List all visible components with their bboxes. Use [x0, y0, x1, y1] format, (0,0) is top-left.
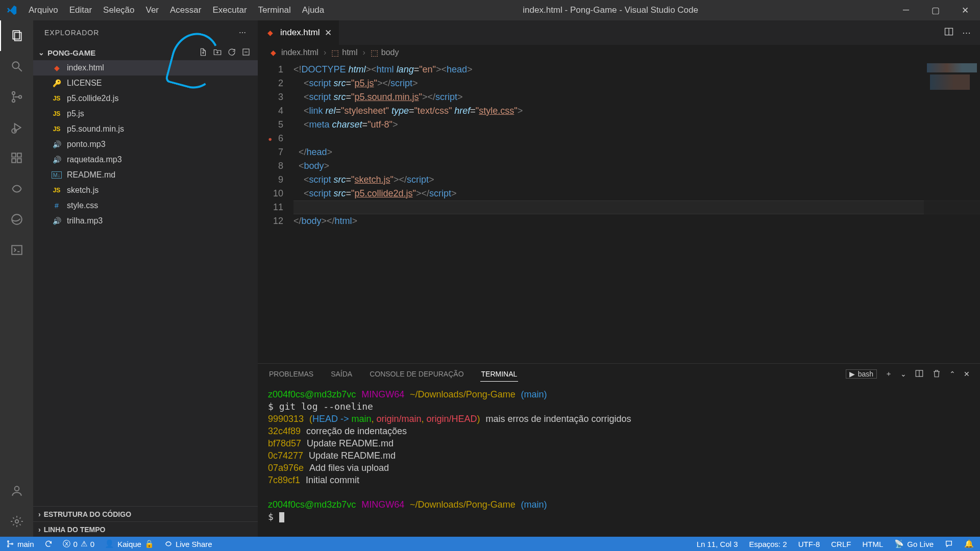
- new-folder-icon[interactable]: [213, 47, 222, 58]
- svg-rect-11: [17, 159, 21, 163]
- element-icon: ⬚: [331, 48, 339, 58]
- menu-arquivo[interactable]: Arquivo: [23, 5, 64, 15]
- kill-terminal-icon[interactable]: [932, 369, 941, 380]
- explorer-icon[interactable]: [0, 20, 33, 51]
- close-button[interactable]: ✕: [950, 0, 980, 20]
- split-terminal-icon[interactable]: [915, 369, 924, 380]
- debug-icon[interactable]: [0, 112, 33, 143]
- file-item[interactable]: M↓README.md: [33, 167, 258, 183]
- minimize-button[interactable]: ─: [891, 0, 921, 20]
- file-item[interactable]: JSp5.sound.min.js: [33, 121, 258, 137]
- eol-status[interactable]: CRLF: [831, 540, 851, 548]
- code-editor[interactable]: 123456789101112 <!DOCTYPE html><html lan…: [258, 60, 980, 363]
- settings-icon[interactable]: [0, 506, 33, 537]
- menu-terminal[interactable]: Terminal: [253, 5, 297, 15]
- minimap[interactable]: [924, 60, 980, 363]
- cursor-position[interactable]: Ln 11, Col 3: [697, 540, 738, 548]
- file-item[interactable]: 🔑LICENSE: [33, 76, 258, 91]
- svg-line-3: [18, 68, 22, 71]
- terminal-icon[interactable]: [0, 235, 33, 265]
- breadcrumb[interactable]: ◆index.html › ⬚html › ⬚body: [258, 45, 980, 60]
- menu-ver[interactable]: Ver: [140, 5, 165, 15]
- bottom-panel: PROBLEMAS SAÍDA CONSOLE DE DEPURAÇÃO TER…: [258, 363, 980, 537]
- maximize-panel-icon[interactable]: ⌃: [949, 370, 955, 378]
- file-name: sketch.js: [67, 186, 99, 195]
- sync-status[interactable]: [44, 540, 53, 548]
- timeline-section[interactable]: ›LINHA DO TEMPO: [33, 521, 258, 537]
- title-bar: ArquivoEditarSeleçãoVerAcessarExecutarTe…: [0, 0, 980, 20]
- edge-icon[interactable]: [0, 204, 33, 235]
- file-item[interactable]: 🔊trilha.mp3: [33, 213, 258, 229]
- split-editor-icon[interactable]: [944, 27, 954, 39]
- file-name: p5.collide2d.js: [67, 94, 118, 103]
- terminal-tab[interactable]: TERMINAL: [480, 367, 519, 382]
- feedback-icon[interactable]: [945, 540, 953, 548]
- html-file-icon: ◆: [268, 48, 278, 57]
- file-item[interactable]: JSp5.collide2d.js: [33, 91, 258, 106]
- source-control-icon[interactable]: [0, 82, 33, 112]
- vscode-logo: [0, 5, 23, 16]
- liveshare-icon[interactable]: [0, 173, 33, 204]
- file-item[interactable]: ◆index.html: [33, 60, 258, 76]
- close-tab-icon[interactable]: ✕: [325, 28, 332, 38]
- collapse-icon[interactable]: [241, 47, 251, 58]
- terminal-dropdown-icon[interactable]: ⌄: [900, 370, 906, 378]
- editor-tabs: ◆ index.html ✕ ⋯: [258, 20, 980, 45]
- window-title: index.html - Pong-Game - Visual Studio C…: [330, 5, 891, 15]
- account-icon[interactable]: [0, 475, 33, 506]
- branch-status[interactable]: main: [6, 540, 34, 548]
- file-item[interactable]: 🔊ponto.mp3: [33, 137, 258, 152]
- svg-point-24: [12, 543, 13, 545]
- close-panel-icon[interactable]: ✕: [964, 370, 970, 378]
- file-item[interactable]: 🔊raquetada.mp3: [33, 152, 258, 167]
- menu-editar[interactable]: Editar: [64, 5, 97, 15]
- menu-seleção[interactable]: Seleção: [97, 5, 140, 15]
- folder-header[interactable]: ⌄ PONG-GAME: [33, 45, 258, 60]
- shell-selector[interactable]: ▶bash: [846, 369, 877, 379]
- liveshare-status[interactable]: Live Share: [164, 540, 212, 548]
- language-status[interactable]: HTML: [862, 540, 883, 548]
- svg-point-22: [8, 541, 9, 542]
- js-file-icon: JS: [52, 187, 62, 194]
- debug-console-tab[interactable]: CONSOLE DE DEPURAÇÃO: [369, 367, 464, 381]
- output-tab[interactable]: SAÍDA: [330, 367, 353, 381]
- maximize-button[interactable]: ▢: [921, 0, 950, 20]
- menu-executar[interactable]: Executar: [207, 5, 252, 15]
- svg-marker-7: [14, 123, 20, 131]
- problems-tab[interactable]: PROBLEMAS: [268, 367, 314, 381]
- audio-file-icon: 🔊: [52, 217, 62, 225]
- editor-tab[interactable]: ◆ index.html ✕: [258, 20, 339, 45]
- outline-section[interactable]: ›ESTRUTURA DO CÓDIGO: [33, 506, 258, 521]
- sidebar: EXPLORADOR ⋯ ⌄ PONG-GAME ◆index.html🔑LIC…: [33, 20, 258, 537]
- file-item[interactable]: #style.css: [33, 198, 258, 213]
- terminal-output[interactable]: z004f0cs@md3zb7vc MINGW64 ~/Downloads/Po…: [258, 384, 980, 537]
- notifications-icon[interactable]: 🔔: [964, 539, 974, 548]
- problems-status[interactable]: ⓧ 0 ⚠ 0: [63, 539, 95, 549]
- svg-point-16: [15, 520, 18, 523]
- menu-acessar[interactable]: Acessar: [164, 5, 207, 15]
- more-actions-icon[interactable]: ⋯: [962, 28, 971, 38]
- indentation-status[interactable]: Espaços: 2: [749, 540, 787, 548]
- menu-bar: ArquivoEditarSeleçãoVerAcessarExecutarTe…: [23, 0, 330, 20]
- svg-rect-10: [12, 159, 16, 163]
- golive-status[interactable]: 📡 Go Live: [894, 539, 934, 548]
- svg-point-2: [12, 62, 19, 68]
- file-name: LICENSE: [67, 79, 102, 88]
- encoding-status[interactable]: UTF-8: [798, 540, 820, 548]
- explorer-more-icon[interactable]: ⋯: [239, 29, 247, 37]
- new-terminal-icon[interactable]: ＋: [885, 369, 892, 379]
- extensions-icon[interactable]: [0, 143, 33, 173]
- new-file-icon[interactable]: [199, 47, 208, 58]
- md-file-icon: M↓: [52, 171, 62, 179]
- menu-ajuda[interactable]: Ajuda: [297, 5, 330, 15]
- svg-rect-9: [12, 153, 16, 157]
- svg-rect-12: [17, 153, 21, 157]
- search-icon[interactable]: [0, 51, 33, 82]
- file-item[interactable]: JSp5.js: [33, 106, 258, 121]
- file-name: index.html: [67, 63, 104, 72]
- user-status[interactable]: 👤 Kaique 🔒: [105, 539, 154, 548]
- file-item[interactable]: JSsketch.js: [33, 183, 258, 198]
- svg-point-15: [14, 486, 19, 491]
- tab-label: index.html: [280, 28, 320, 38]
- refresh-icon[interactable]: [227, 47, 236, 58]
